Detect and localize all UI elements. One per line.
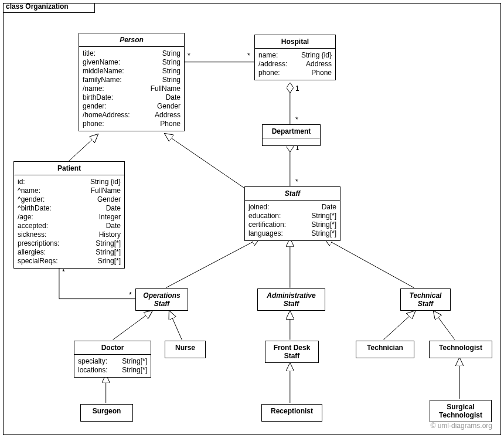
class-department: Department (262, 124, 321, 146)
class-doctor: Doctor specialty:String[*] locations:Str… (74, 341, 151, 378)
class-person: Person title:String givenName:String mid… (79, 33, 185, 131)
class-surgical-technologist: Surgical Technologist (430, 400, 492, 422)
mult-dept-staff-star: * (295, 178, 298, 186)
class-hospital: Hospital name:String {id} /address:Addre… (254, 35, 336, 80)
class-person-body: title:String givenName:String middleName… (79, 47, 184, 131)
class-front-desk-staff-name: Front Desk Staff (265, 341, 318, 362)
class-surgeon-name: Surgeon (81, 405, 132, 417)
class-operations-staff: Operations Staff (135, 288, 188, 311)
class-operations-staff-name: Operations Staff (136, 289, 188, 310)
package-title: class Organization (6, 2, 69, 11)
footer-copyright: © uml-diagrams.org (430, 422, 492, 430)
class-person-name: Person (79, 33, 184, 47)
class-surgical-technologist-name: Surgical Technologist (430, 400, 491, 422)
class-staff: Staff joined:Date education:String[*] ce… (244, 186, 340, 241)
svg-line-13 (383, 311, 416, 340)
class-hospital-body: name:String {id} /address:Address phone:… (255, 49, 335, 80)
class-administrative-staff-name: Administrative Staff (258, 289, 325, 310)
class-technical-staff-name: Technical Staff (401, 289, 450, 310)
class-administrative-staff: Administrative Staff (257, 288, 325, 311)
class-staff-name: Staff (245, 187, 340, 201)
class-surgeon: Surgeon (80, 404, 133, 422)
class-doctor-body: specialty:String[*] locations:String[*] (74, 355, 151, 377)
class-nurse: Nurse (165, 341, 206, 358)
class-technician: Technician (356, 341, 414, 358)
class-patient-body: id:String {id} ^name:FullName ^gender:Ge… (14, 175, 124, 268)
mult-person-hospital-r: * (247, 52, 250, 60)
svg-line-9 (324, 238, 414, 288)
mult-hospital-dept-1: 1 (295, 84, 299, 93)
svg-line-7 (166, 238, 260, 288)
class-front-desk-staff: Front Desk Staff (265, 341, 319, 363)
class-patient: Patient id:String {id} ^name:FullName ^g… (13, 161, 125, 269)
mult-person-hospital-l: * (188, 52, 190, 60)
class-patient-name: Patient (14, 162, 124, 175)
class-nurse-name: Nurse (165, 341, 205, 354)
package-organization: class Organization (3, 3, 501, 435)
package-tab: class Organization (4, 4, 95, 13)
svg-line-11 (169, 311, 182, 340)
mult-patient-ops-o: * (129, 291, 132, 299)
svg-line-3 (69, 134, 98, 161)
class-technical-staff: Technical Staff (400, 288, 451, 311)
class-technician-name: Technician (356, 341, 414, 354)
class-receptionist-name: Receptionist (262, 405, 322, 417)
mult-hospital-dept-star: * (295, 116, 298, 124)
class-technologist: Technologist (429, 341, 492, 358)
svg-line-14 (433, 311, 455, 340)
class-department-name: Department (263, 125, 320, 138)
class-doctor-name: Doctor (74, 341, 151, 355)
mult-patient-ops-p: * (62, 268, 65, 276)
class-receptionist: Receptionist (261, 404, 322, 422)
class-hospital-name: Hospital (255, 35, 335, 49)
svg-line-4 (164, 133, 244, 188)
class-technologist-name: Technologist (430, 341, 492, 354)
class-staff-body: joined:Date education:String[*] certific… (245, 201, 340, 240)
svg-line-10 (113, 311, 153, 340)
